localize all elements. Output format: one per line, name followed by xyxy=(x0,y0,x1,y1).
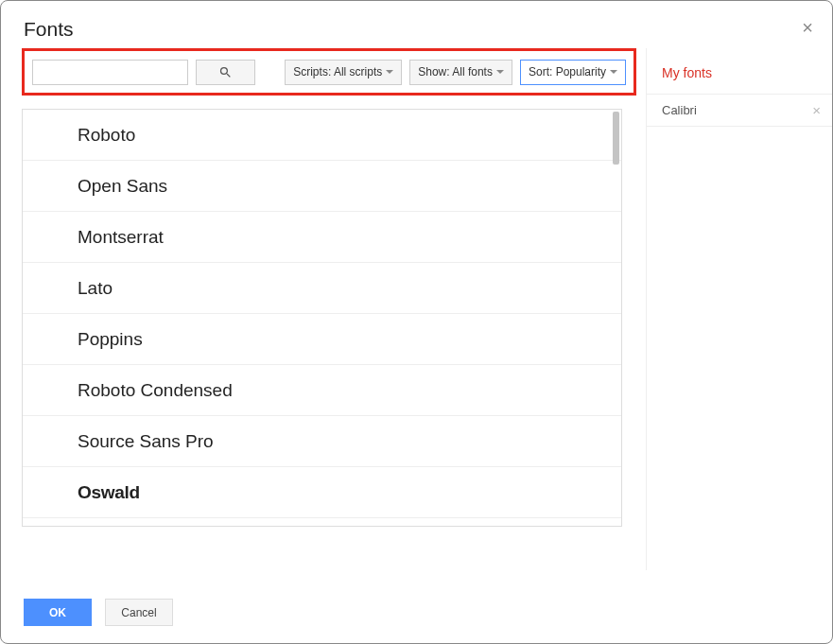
my-fonts-header: My fonts xyxy=(647,48,832,95)
sort-dropdown[interactable]: Sort: Popularity xyxy=(520,60,626,85)
scripts-dropdown[interactable]: Scripts: All scripts xyxy=(285,60,402,85)
dialog-title: Fonts xyxy=(24,18,74,41)
caret-down-icon xyxy=(386,70,393,74)
font-row[interactable]: Roboto xyxy=(23,110,621,161)
scrollbar-thumb[interactable] xyxy=(613,112,619,165)
left-column: Scripts: All scripts Show: All fonts Sor… xyxy=(1,48,644,570)
my-font-item[interactable]: Calibri × xyxy=(647,95,832,127)
font-row[interactable]: Lato xyxy=(23,263,621,314)
font-list: Roboto Open Sans Montserrat Lato Poppins… xyxy=(22,109,622,527)
search-button[interactable] xyxy=(196,60,255,85)
ok-button[interactable]: OK xyxy=(24,599,92,626)
show-dropdown[interactable]: Show: All fonts xyxy=(409,60,512,85)
show-label: Show: All fonts xyxy=(418,65,493,78)
font-row[interactable]: Montserrat xyxy=(23,212,621,263)
cancel-button[interactable]: Cancel xyxy=(105,599,173,626)
scripts-label: Scripts: All scripts xyxy=(293,65,382,78)
font-row[interactable]: Source Sans Pro xyxy=(23,416,621,467)
search-icon xyxy=(218,65,233,79)
sort-label: Sort: Popularity xyxy=(529,65,606,78)
caret-down-icon xyxy=(610,70,617,74)
my-fonts-panel: My fonts Calibri × xyxy=(646,48,832,570)
dialog-header: Fonts × xyxy=(1,1,832,48)
my-font-name: Calibri xyxy=(662,103,697,117)
font-row[interactable]: Roboto Condensed xyxy=(23,365,621,416)
search-input[interactable] xyxy=(32,60,188,85)
close-icon[interactable]: × xyxy=(802,18,813,37)
font-row[interactable]: Oswald xyxy=(23,467,621,518)
toolbar: Scripts: All scripts Show: All fonts Sor… xyxy=(22,48,636,96)
font-row[interactable]: Open Sans xyxy=(23,161,621,212)
main-area: Scripts: All scripts Show: All fonts Sor… xyxy=(1,48,832,570)
footer: OK Cancel xyxy=(24,599,173,626)
remove-font-icon[interactable]: × xyxy=(812,102,821,118)
caret-down-icon xyxy=(496,70,504,74)
font-row[interactable]: Poppins xyxy=(23,314,621,365)
